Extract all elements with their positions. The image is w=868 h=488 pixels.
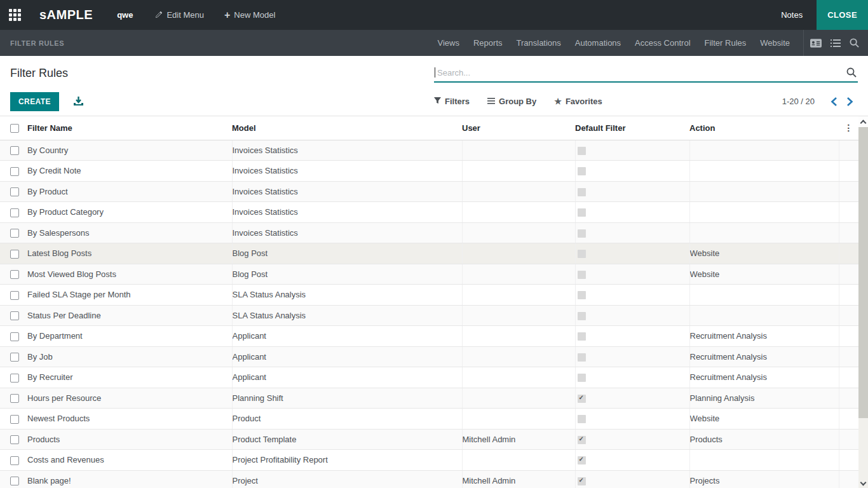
table-row[interactable]: By Credit Note Invoices Statistics [0, 161, 858, 182]
top-navbar: sAMPLE qwe Edit Menu + New Model Notes C… [0, 0, 868, 30]
row-checkbox[interactable] [10, 146, 19, 155]
default-filter-checkbox [578, 291, 586, 299]
star-icon: ★ [554, 97, 562, 106]
scroll-down-icon[interactable] [858, 478, 868, 488]
default-filter-checkbox [578, 415, 586, 423]
row-checkbox[interactable] [10, 229, 19, 238]
search-icon[interactable] [846, 67, 858, 78]
edit-menu-button[interactable]: Edit Menu [144, 10, 214, 20]
apps-grid-icon[interactable] [9, 9, 22, 22]
table-row[interactable]: By Department Applicant Recruitment Anal… [0, 326, 858, 347]
plus-icon: + [224, 10, 230, 21]
column-header-filter-name[interactable]: Filter Name [27, 116, 232, 140]
default-filter-checkbox [578, 208, 586, 217]
group-by-button[interactable]: Group By [487, 97, 536, 106]
table-row[interactable]: Hours per Resource Planning Shift Planni… [0, 388, 858, 409]
secondary-navbar: FILTER RULES Views Reports Translations … [0, 30, 868, 56]
table-row[interactable]: Products Product Template Mitchell Admin… [0, 429, 858, 450]
nav-item-views[interactable]: Views [431, 30, 466, 56]
export-download-icon[interactable] [73, 97, 84, 107]
menu-item-qwe[interactable]: qwe [105, 10, 144, 20]
default-filter-checkbox [578, 271, 586, 279]
row-checkbox[interactable] [10, 353, 19, 362]
column-header-user[interactable]: User [462, 116, 575, 140]
default-filter-checkbox [578, 353, 586, 362]
row-checkbox[interactable] [10, 477, 19, 485]
default-filter-checkbox [578, 167, 586, 175]
scrollbar-thumb[interactable] [858, 127, 868, 418]
breadcrumb: FILTER RULES [0, 30, 64, 56]
row-checkbox[interactable] [10, 332, 19, 341]
column-header-action[interactable]: Action [689, 116, 839, 140]
search-nav-icon[interactable] [850, 38, 859, 48]
table-row[interactable]: Failed SLA Stage per Month SLA Status An… [0, 285, 858, 306]
table-row[interactable]: Most Viewed Blog Posts Blog Post Website [0, 264, 858, 285]
nav-item-filter-rules[interactable]: Filter Rules [698, 30, 754, 56]
favorites-button[interactable]: ★ Favorites [554, 97, 602, 106]
row-checkbox[interactable] [10, 311, 19, 320]
row-checkbox[interactable] [10, 250, 19, 259]
pencil-icon [154, 11, 163, 19]
nav-item-reports[interactable]: Reports [466, 30, 510, 56]
notes-button[interactable]: Notes [767, 0, 817, 30]
close-button[interactable]: CLOSE [817, 0, 868, 30]
default-filter-checkbox [578, 250, 586, 258]
table-row[interactable]: Latest Blog Posts Blog Post Website [0, 243, 858, 264]
table-row[interactable]: By Product Invoices Statistics [0, 181, 858, 202]
row-checkbox[interactable] [10, 435, 19, 444]
default-filter-checkbox [578, 188, 586, 196]
row-checkbox[interactable] [10, 415, 19, 424]
default-filter-checkbox [578, 332, 586, 341]
column-header-default-filter[interactable]: Default Filter [575, 116, 689, 140]
table-row[interactable]: By Product Category Invoices Statistics [0, 202, 858, 223]
row-checkbox[interactable] [10, 270, 19, 279]
default-filter-checkbox [578, 456, 586, 464]
column-header-model[interactable]: Model [232, 116, 462, 140]
group-by-icon [487, 97, 495, 106]
funnel-icon [434, 97, 441, 106]
default-filter-checkbox [578, 395, 586, 403]
table-row[interactable]: Blank page! Project Mitchell Admin Proje… [0, 470, 858, 488]
table-row[interactable]: By Country Invoices Statistics [0, 140, 858, 161]
table-row[interactable]: By Recruiter Applicant Recruitment Analy… [0, 367, 858, 388]
row-checkbox[interactable] [10, 167, 19, 176]
nav-divider [803, 30, 804, 56]
vertical-scrollbar[interactable] [858, 116, 868, 488]
row-checkbox[interactable] [10, 291, 19, 300]
table-row[interactable]: By Salespersons Invoices Statistics [0, 222, 858, 243]
search-box[interactable] [434, 64, 858, 83]
kanban-view-icon[interactable] [810, 39, 822, 48]
row-checkbox[interactable] [10, 374, 19, 383]
table-row[interactable]: Newest Products Product Website [0, 409, 858, 430]
default-filter-checkbox [578, 374, 586, 382]
nav-item-translations[interactable]: Translations [510, 30, 568, 56]
row-checkbox[interactable] [10, 187, 19, 196]
nav-item-automations[interactable]: Automations [568, 30, 628, 56]
pager-next-icon[interactable] [842, 97, 858, 106]
list-view-icon[interactable] [831, 39, 841, 48]
new-model-button[interactable]: + New Model [214, 10, 285, 21]
table-row[interactable]: Costs and Revenues Project Profitability… [0, 450, 858, 471]
pager-range: 1-20 / 20 [782, 97, 815, 106]
scroll-up-icon[interactable] [858, 116, 868, 127]
column-options-icon[interactable]: ⋮ [839, 116, 858, 140]
table-row[interactable]: Status Per Deadline SLA Status Analysis [0, 305, 858, 326]
table-row[interactable]: By Job Applicant Recruitment Analysis [0, 346, 858, 367]
nav-item-access-control[interactable]: Access Control [628, 30, 697, 56]
filter-rules-table: Filter Name Model User Default Filter Ac… [0, 116, 868, 488]
row-checkbox[interactable] [10, 456, 19, 465]
page-title: Filter Rules [10, 67, 68, 80]
search-input[interactable] [435, 68, 846, 78]
filters-button[interactable]: Filters [434, 97, 470, 106]
app-brand: sAMPLE [39, 8, 93, 22]
select-all-checkbox[interactable] [10, 124, 19, 133]
row-checkbox[interactable] [10, 208, 19, 217]
default-filter-checkbox [578, 229, 586, 238]
pager-previous-icon[interactable] [826, 97, 842, 106]
default-filter-checkbox [578, 312, 586, 320]
create-button[interactable]: CREATE [10, 92, 59, 111]
table-body: By Country Invoices Statistics By Credit… [0, 140, 858, 488]
row-checkbox[interactable] [10, 394, 19, 403]
default-filter-checkbox [578, 436, 586, 444]
nav-item-website[interactable]: Website [753, 30, 797, 56]
